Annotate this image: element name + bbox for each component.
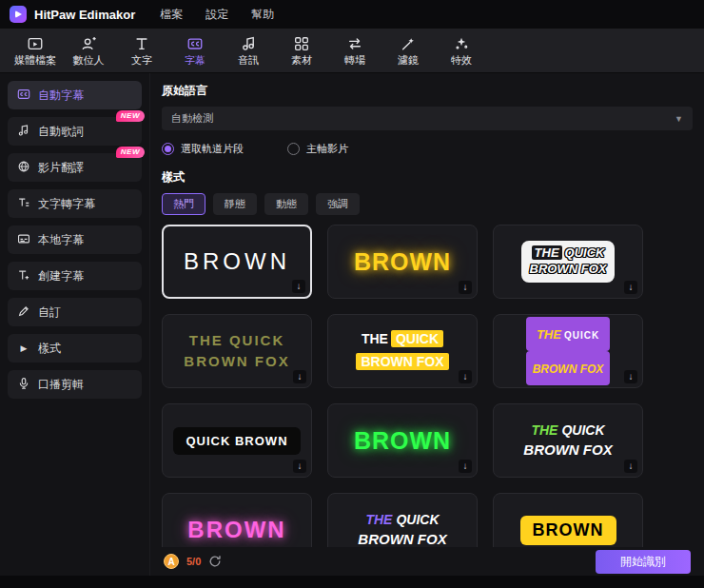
radio-main-track-video[interactable]: 主軸影片 bbox=[287, 142, 348, 156]
text-lines-icon bbox=[17, 196, 30, 212]
style-tile-black-pill[interactable]: QUICK BROWN ↓ bbox=[162, 403, 312, 478]
start-recognition-button[interactable]: 開始識別 bbox=[596, 550, 691, 574]
microphone-icon bbox=[17, 377, 30, 393]
style-preview-text: BROWN bbox=[520, 516, 616, 545]
language-value: 自動檢測 bbox=[171, 111, 213, 126]
sidebar-item-auto-subtitles[interactable]: 自動字幕 bbox=[8, 81, 142, 109]
chip-dynamic[interactable]: 動態 bbox=[264, 193, 308, 215]
style-preview-text: THEQUICK BROWN FOX bbox=[521, 241, 616, 283]
style-tile-pink-glow[interactable]: BROWN ↓ bbox=[162, 493, 312, 547]
sidebar-item-voiceover-clip[interactable]: 口播剪輯 bbox=[8, 370, 142, 399]
refresh-icon[interactable] bbox=[208, 555, 222, 568]
chevron-right-icon: ▶ bbox=[17, 343, 30, 353]
tab-filters[interactable]: 濾鏡 bbox=[384, 35, 432, 66]
new-badge: NEW bbox=[116, 110, 145, 122]
source-language-label: 原始語言 bbox=[162, 83, 693, 99]
text-plus-icon bbox=[17, 268, 30, 284]
download-icon[interactable]: ↓ bbox=[459, 281, 472, 294]
download-icon[interactable]: ↓ bbox=[293, 370, 306, 383]
chip-popular[interactable]: 熱門 bbox=[162, 193, 205, 215]
new-badge: NEW bbox=[116, 147, 145, 158]
credit-count: 5/0 bbox=[186, 556, 201, 567]
toolbar: 媒體檔案 數位人 文字 字幕 音訊 素材 轉場 濾鏡 bbox=[0, 29, 704, 73]
menubar: HitPaw Edimakor 檔案 設定 幫助 bbox=[0, 0, 704, 29]
style-tile-green-glow[interactable]: BROWN ↓ bbox=[327, 403, 478, 478]
download-icon[interactable]: ↓ bbox=[459, 370, 472, 383]
style-category-tabs: 熱門 靜態 動態 強調 bbox=[162, 193, 693, 215]
tab-subtitles[interactable]: 字幕 bbox=[171, 35, 219, 66]
style-tile-yellow-highlight[interactable]: THEQUICK BROWN FOX ↓ bbox=[327, 314, 478, 388]
style-grid: BROWN ↓ BROWN ↓ THEQUICK BROWN FOX ↓ bbox=[162, 225, 693, 547]
sidebar: 自動字幕 自動歌詞 NEW 影片翻譯 NEW 文字轉字幕 本地字幕 bbox=[0, 73, 149, 576]
tab-transitions[interactable]: 轉場 bbox=[331, 35, 379, 66]
style-preview-text: BROWN bbox=[184, 248, 290, 275]
chip-emphasis[interactable]: 強調 bbox=[316, 193, 360, 215]
sidebar-item-text-to-subtitle[interactable]: 文字轉字幕 bbox=[8, 189, 142, 218]
text-icon bbox=[133, 35, 150, 52]
style-section-label: 樣式 bbox=[162, 169, 693, 186]
download-icon[interactable]: ↓ bbox=[624, 460, 637, 473]
style-tile-green-accent[interactable]: THEQUICK BROWN FOX ↓ bbox=[493, 403, 643, 478]
download-icon[interactable]: ↓ bbox=[292, 280, 305, 293]
language-select[interactable]: 自動檢測 ▼ bbox=[162, 107, 693, 130]
download-icon[interactable]: ↓ bbox=[624, 281, 637, 294]
music-note-icon bbox=[17, 124, 30, 140]
assets-grid-icon bbox=[293, 35, 310, 52]
sidebar-item-custom[interactable]: 自訂 bbox=[8, 298, 142, 326]
chevron-down-icon: ▼ bbox=[675, 114, 683, 124]
chip-static[interactable]: 靜態 bbox=[213, 193, 257, 215]
radio-dot bbox=[287, 143, 300, 155]
download-icon[interactable]: ↓ bbox=[459, 460, 472, 473]
sidebar-item-auto-lyrics[interactable]: 自動歌詞 NEW bbox=[8, 117, 142, 146]
app-title: HitPaw Edimakor bbox=[34, 8, 135, 22]
download-icon[interactable]: ↓ bbox=[624, 370, 637, 383]
digital-human-icon bbox=[80, 35, 97, 52]
effects-sparkle-icon bbox=[453, 35, 470, 52]
sidebar-item-local-subtitles[interactable]: 本地字幕 bbox=[8, 225, 142, 254]
style-tile-olive[interactable]: THE QUICK BROWN FOX ↓ bbox=[162, 314, 312, 388]
style-preview-text: BROWN bbox=[354, 427, 451, 455]
scope-radio-group: 選取軌道片段 主軸影片 bbox=[162, 142, 693, 156]
sidebar-item-styles[interactable]: ▶ 樣式 bbox=[8, 334, 142, 363]
sidebar-item-create-subtitles[interactable]: 創建字幕 bbox=[8, 262, 142, 290]
menu-help[interactable]: 幫助 bbox=[251, 7, 274, 23]
tab-text[interactable]: 文字 bbox=[118, 35, 166, 66]
style-tile-plain-white[interactable]: BROWN ↓ bbox=[162, 225, 312, 299]
sidebar-item-video-translate[interactable]: 影片翻譯 NEW bbox=[8, 153, 142, 182]
style-tile-purple-accent[interactable]: THEQUICK BROWN FOX ↓ bbox=[327, 493, 478, 547]
style-tile-yellow-glow[interactable]: BROWN ↓ bbox=[327, 225, 478, 299]
subtitle-panel: 原始語言 自動檢測 ▼ 選取軌道片段 主軸影片 樣式 熱門 靜態 動態 bbox=[149, 73, 704, 576]
menu-file[interactable]: 檔案 bbox=[160, 7, 183, 23]
style-tile-purple-chips[interactable]: THEQUICK BROWN FOX ↓ bbox=[493, 314, 643, 388]
style-preview-text: THEQUICK BROWN FOX bbox=[356, 328, 448, 374]
radio-dot bbox=[162, 143, 174, 155]
style-preview-text: THEQUICK BROWN FOX bbox=[523, 421, 612, 461]
tab-media[interactable]: 媒體檔案 bbox=[11, 35, 59, 66]
subtitle-box-icon bbox=[17, 232, 30, 248]
app-window: HitPaw Edimakor 檔案 設定 幫助 媒體檔案 數位人 文字 字幕 … bbox=[0, 0, 704, 588]
style-preview-text: BROWN bbox=[354, 248, 451, 276]
tab-assets[interactable]: 素材 bbox=[278, 35, 325, 66]
tab-audio[interactable]: 音訊 bbox=[225, 35, 272, 66]
filters-wand-icon bbox=[400, 35, 417, 52]
tab-avatar[interactable]: 數位人 bbox=[65, 35, 112, 66]
download-icon[interactable]: ↓ bbox=[293, 460, 306, 473]
style-tile-white-badge[interactable]: THEQUICK BROWN FOX ↓ bbox=[493, 225, 643, 299]
media-icon bbox=[27, 35, 44, 52]
bottom-strip bbox=[0, 576, 704, 588]
audio-icon bbox=[240, 35, 257, 52]
style-preview-text: QUICK BROWN bbox=[173, 427, 300, 455]
menu-settings[interactable]: 設定 bbox=[205, 7, 228, 23]
credit-badge-icon: A bbox=[164, 554, 179, 569]
panel-footer: A 5/0 開始識別 bbox=[162, 547, 693, 576]
radio-selected-track-clip[interactable]: 選取軌道片段 bbox=[162, 142, 244, 156]
pen-icon bbox=[17, 304, 30, 321]
style-preview-text: THEQUICK BROWN FOX bbox=[526, 317, 611, 385]
style-tile-yellow-badge[interactable]: BROWN ↓ bbox=[493, 493, 643, 547]
transitions-icon bbox=[346, 35, 363, 52]
app-logo-icon bbox=[10, 6, 27, 23]
subtitles-cc-icon bbox=[186, 35, 204, 52]
cc-icon bbox=[17, 88, 30, 104]
tab-effects[interactable]: 特效 bbox=[438, 35, 485, 66]
style-preview-text: BROWN bbox=[187, 517, 285, 543]
